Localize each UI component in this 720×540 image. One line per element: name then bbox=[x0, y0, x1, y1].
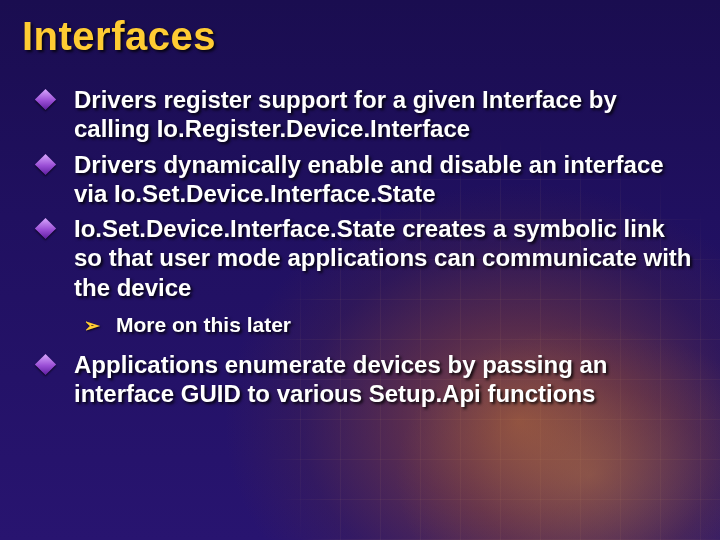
sub-list-item: ➢ More on this later bbox=[74, 312, 692, 338]
diamond-bullet-icon bbox=[35, 218, 56, 239]
slide: Interfaces Drivers register support for … bbox=[0, 0, 720, 540]
chevron-right-icon: ➢ bbox=[84, 314, 100, 338]
diamond-bullet-icon bbox=[35, 354, 56, 375]
list-item-text: Drivers dynamically enable and disable a… bbox=[74, 151, 664, 207]
diamond-bullet-icon bbox=[35, 153, 56, 174]
list-item: Drivers dynamically enable and disable a… bbox=[30, 150, 692, 209]
list-item-text: Applications enumerate devices by passin… bbox=[74, 351, 608, 407]
list-item: Applications enumerate devices by passin… bbox=[30, 350, 692, 409]
list-item-text: Drivers register support for a given Int… bbox=[74, 86, 617, 142]
sub-bullet-list: ➢ More on this later bbox=[74, 312, 692, 338]
list-item: Drivers register support for a given Int… bbox=[30, 85, 692, 144]
slide-title: Interfaces bbox=[22, 14, 692, 59]
bullet-list: Drivers register support for a given Int… bbox=[22, 85, 692, 409]
sub-list-item-text: More on this later bbox=[116, 313, 291, 336]
list-item-text: Io.Set.Device.Interface.State creates a … bbox=[74, 215, 691, 301]
list-item: Io.Set.Device.Interface.State creates a … bbox=[30, 214, 692, 338]
diamond-bullet-icon bbox=[35, 89, 56, 110]
